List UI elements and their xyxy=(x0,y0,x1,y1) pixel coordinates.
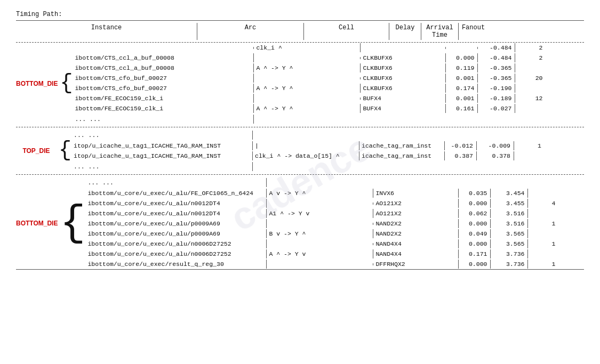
table-row: ibottom/FE_ECOC159_clk_i BUFX4 0.001 -0.… xyxy=(73,93,584,103)
section-bottom-die-1: BOTTOM_DIE { clk_i ^ -0.484 2 ibottom/CT… xyxy=(16,43,584,125)
section-bottom-die-2: BOTTOM_DIE { ... ... ibottom/u_core/u_ex… xyxy=(16,177,584,269)
section-rows-1: clk_i ^ -0.484 2 ibottom/CTS_ccl_a_buf_0… xyxy=(73,43,584,125)
table-row: ibottom/u_core/u_exec/u_alu/n0012DT4 A1 … xyxy=(85,208,584,219)
brace-2: { xyxy=(59,130,71,172)
table-row: ibottom/CTS_ccl_a_buf_00008 CLKBUFX6 0.0… xyxy=(73,53,584,63)
dots-row: ... ... xyxy=(71,130,584,141)
table-row: ibottom/u_core/u_exec/result_q_reg_30 DF… xyxy=(85,259,584,269)
header-cell: Cell xyxy=(304,23,389,40)
die-label-top: TOP_DIE xyxy=(16,130,59,172)
die-label-bottom-1: BOTTOM_DIE xyxy=(16,43,60,125)
timing-table: Instance Arc Cell Delay Arrival Time Fan… xyxy=(16,20,584,270)
section-rows-2: ... ... itop/u_icache_u_tag1_ICACHE_TAG_… xyxy=(71,130,584,172)
header-instance: Instance xyxy=(16,23,197,40)
header-delay: Delay xyxy=(389,23,421,40)
table-row: itop/u_icache_u_tag1_ICACHE_TAG_RAM_INST… xyxy=(71,141,584,151)
table-row: ibottom/CTS_cfo_buf_00027 A ^ -> Y ^ CLK… xyxy=(73,83,584,93)
brace-3: { xyxy=(60,177,85,269)
dots-row: ... ... xyxy=(71,161,584,172)
table-row: ibottom/u_core/u_exec/u_alu/FE_OFC1065_n… xyxy=(85,188,584,198)
table-row: ibottom/CTS_ccl_a_buf_00008 A ^ -> Y ^ C… xyxy=(73,63,584,73)
header-fanout: Fanout xyxy=(459,23,488,40)
brace-1: { xyxy=(60,43,73,125)
table-row: ibottom/u_core/u_exec/u_alu/p0009A69 B v… xyxy=(85,229,584,239)
header-arrival: Arrival Time xyxy=(421,23,459,40)
table-row: itop/u_icache_u_tag1_ICACHE_TAG_RAM_INST… xyxy=(71,151,584,161)
table-row: ibottom/FE_ECOC159_clk_i A ^ -> Y ^ BUFX… xyxy=(73,103,584,114)
dots-row: ... ... xyxy=(73,114,584,125)
table-row: ibottom/u_core/u_exec/u_alu/n0006D27252 … xyxy=(85,239,584,249)
table-row: ibottom/CTS_cfo_buf_00027 CLKBUFX6 0.001… xyxy=(73,73,584,83)
die-label-bottom-2: BOTTOM_DIE xyxy=(16,177,60,269)
section-rows-3: ... ... ibottom/u_core/u_exec/u_alu/FE_O… xyxy=(85,177,584,269)
header-arc: Arc xyxy=(197,23,304,40)
section-top-die: TOP_DIE { ... ... itop/u_icache_u_tag1_I… xyxy=(16,130,584,172)
table-row: ibottom/u_core/u_exec/u_alu/p0009A69 NAN… xyxy=(85,219,584,229)
timing-label: Timing Path: xyxy=(16,11,584,18)
dots-row: ... ... xyxy=(85,177,584,188)
table-row: ibottom/u_core/u_exec/u_alu/n0006D27252 … xyxy=(85,249,584,259)
table-header: Instance Arc Cell Delay Arrival Time Fan… xyxy=(16,21,584,43)
table-row: ibottom/u_core/u_exec/u_alu/n0012DT4 AO1… xyxy=(85,198,584,208)
table-row: clk_i ^ -0.484 2 xyxy=(73,43,584,53)
